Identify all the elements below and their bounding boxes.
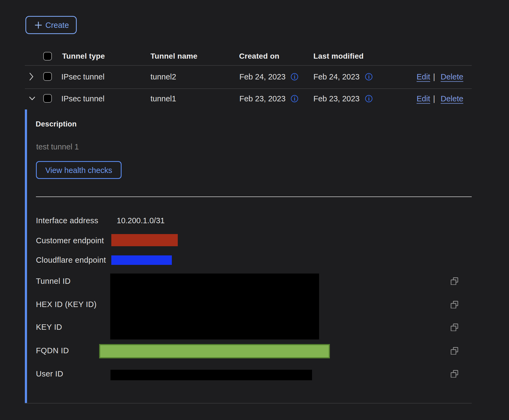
svg-text:i: i <box>294 96 296 102</box>
svg-text:i: i <box>294 74 296 80</box>
svg-text:i: i <box>368 74 370 80</box>
svg-text:i: i <box>368 96 370 102</box>
